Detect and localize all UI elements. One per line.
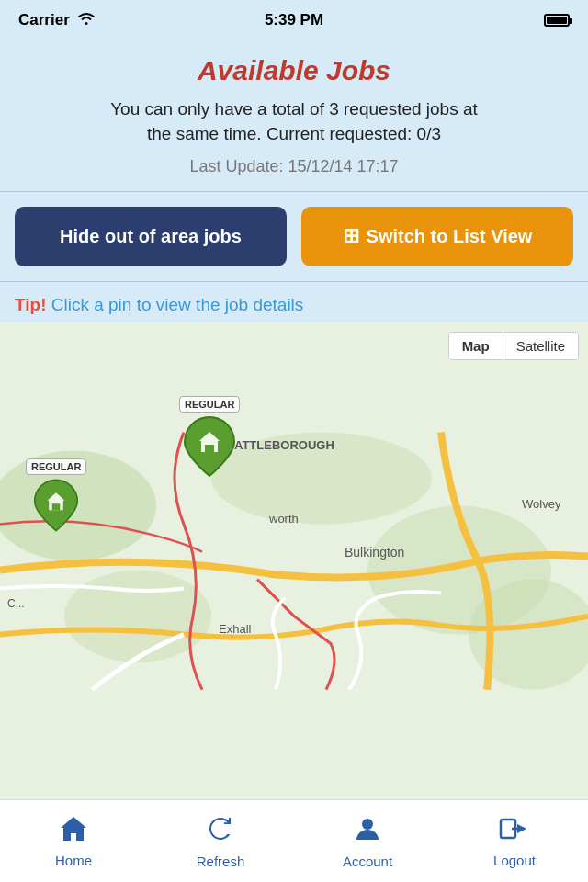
logout-icon [499, 815, 530, 849]
carrier-label: Carrier [18, 11, 70, 29]
svg-text:Bulkington: Bulkington [345, 544, 404, 559]
tip-bold: Tip! [15, 295, 46, 314]
grid-icon: ⊞ [343, 223, 359, 250]
tab-account[interactable]: Account [294, 800, 441, 882]
map-view-button[interactable]: Map [449, 333, 503, 359]
tab-home-label: Home [55, 853, 92, 868]
refresh-icon [206, 814, 235, 850]
svg-rect-13 [52, 503, 61, 510]
map-pin-1[interactable]: REGULAR [179, 396, 240, 478]
main-content: Available Jobs You can only have a total… [0, 40, 588, 799]
map-type-controls: Map Satellite [448, 332, 579, 360]
svg-text:Wolvey: Wolvey [522, 496, 561, 510]
battery-area [544, 14, 570, 27]
tab-refresh[interactable]: Refresh [147, 800, 294, 882]
tab-bar: Home Refresh Account Logout [0, 799, 588, 882]
svg-text:worth: worth [268, 511, 299, 525]
pin-1-body [183, 415, 236, 478]
tip-text: Tip! Click a pin to view the job details [0, 282, 588, 322]
pin-2-label: REGULAR [26, 458, 86, 475]
pin-1-label: REGULAR [179, 396, 240, 413]
svg-text:C...: C... [7, 596, 25, 609]
action-buttons: Hide out of area jobs ⊞ Switch to List V… [0, 192, 588, 281]
svg-rect-12 [205, 445, 214, 452]
status-time: 5:39 PM [265, 11, 323, 29]
tab-logout-label: Logout [493, 853, 536, 868]
info-text: You can only have a total of 3 requested… [0, 97, 588, 157]
tip-detail: Click a pin to view the job details [46, 295, 303, 314]
svg-text:Exhall: Exhall [219, 621, 252, 635]
pin-2-body [33, 478, 79, 533]
carrier-info: Carrier [18, 11, 96, 29]
account-icon [353, 814, 382, 850]
satellite-view-button[interactable]: Satellite [503, 333, 578, 359]
page-title: Available Jobs [0, 40, 588, 97]
last-update-text: Last Update: 15/12/14 17:17 [0, 157, 588, 191]
hide-out-of-area-button[interactable]: Hide out of area jobs [15, 207, 287, 266]
tab-refresh-label: Refresh [197, 854, 245, 869]
map-background: ATTLEBOROUGH Bulkington worth Exhall Wol… [0, 322, 588, 799]
wifi-icon [77, 11, 96, 29]
tab-account-label: Account [343, 854, 392, 869]
home-icon [59, 815, 88, 849]
status-bar: Carrier 5:39 PM [0, 0, 588, 40]
tab-home[interactable]: Home [0, 800, 147, 882]
switch-to-list-view-button[interactable]: ⊞ Switch to List View [301, 207, 573, 266]
svg-point-14 [362, 819, 373, 830]
svg-text:ATTLEBOROUGH: ATTLEBOROUGH [234, 437, 334, 451]
tab-logout[interactable]: Logout [441, 800, 588, 882]
map-area[interactable]: ATTLEBOROUGH Bulkington worth Exhall Wol… [0, 322, 588, 799]
battery-icon [544, 14, 570, 27]
map-pin-2[interactable]: REGULAR [26, 458, 86, 533]
